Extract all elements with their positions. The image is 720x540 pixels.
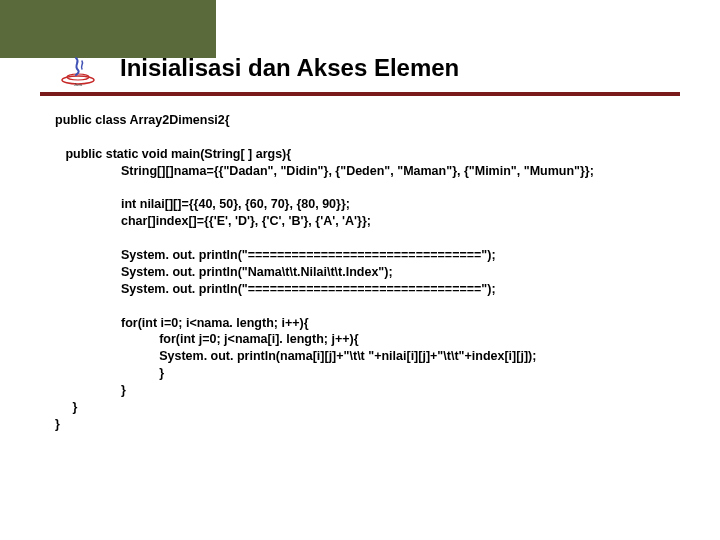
- code-blank: [55, 298, 695, 315]
- code-line: public static void main(String[ ] args){: [55, 146, 695, 163]
- decorative-header-block: [0, 0, 216, 58]
- code-line: System. out. println("==================…: [55, 247, 695, 264]
- code-line: String[][]nama={{"Dadan", "Didin"}, {"De…: [55, 163, 695, 180]
- java-logo-icon: Java: [56, 56, 100, 86]
- code-line: }: [55, 382, 695, 399]
- code-line: char[]index[]={{'E', 'D'}, {'C', 'B'}, {…: [55, 213, 695, 230]
- code-blank: [55, 129, 695, 146]
- slide-title: Inisialisasi dan Akses Elemen: [120, 54, 459, 82]
- code-line: }: [55, 416, 695, 433]
- code-line: System. out. println(nama[i][j]+"\t\t "+…: [55, 348, 695, 365]
- code-line: int nilai[][]={{40, 50}, {60, 70}, {80, …: [55, 196, 695, 213]
- code-line: for(int j=0; j<nama[i]. length; j++){: [55, 331, 695, 348]
- code-line: }: [55, 399, 695, 416]
- code-blank: [55, 180, 695, 197]
- svg-text:Java: Java: [74, 82, 83, 86]
- code-line: public class Array2Dimensi2{: [55, 112, 695, 129]
- code-line: }: [55, 365, 695, 382]
- title-underline: [40, 92, 680, 96]
- code-block: public class Array2Dimensi2{ public stat…: [55, 112, 695, 433]
- code-line: System. out. println("Nama\t\t.Nilai\t\t…: [55, 264, 695, 281]
- code-line: System. out. println("==================…: [55, 281, 695, 298]
- code-blank: [55, 230, 695, 247]
- code-line: for(int i=0; i<nama. length; i++){: [55, 315, 695, 332]
